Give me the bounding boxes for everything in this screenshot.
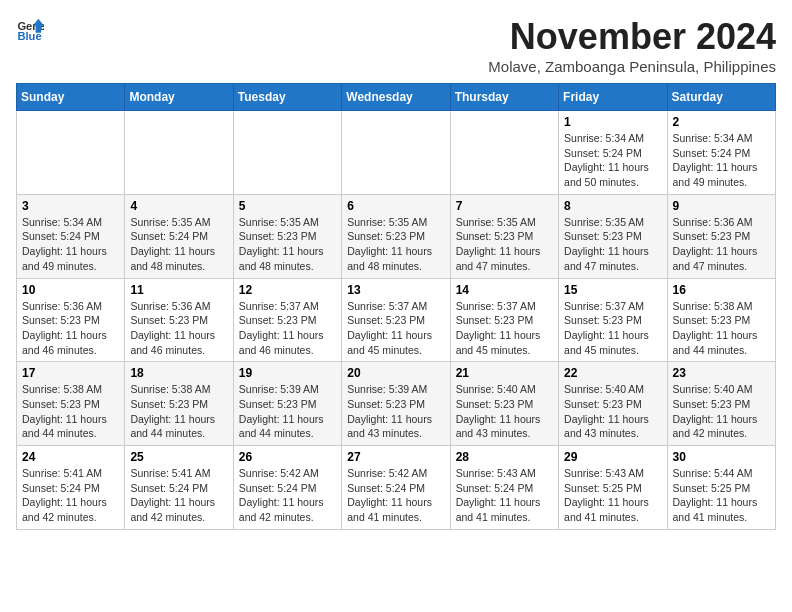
calendar-cell: [17, 111, 125, 195]
weekday-header-saturday: Saturday: [667, 84, 775, 111]
day-info: Sunrise: 5:35 AM Sunset: 5:24 PM Dayligh…: [130, 215, 227, 274]
calendar-cell: 16Sunrise: 5:38 AM Sunset: 5:23 PM Dayli…: [667, 278, 775, 362]
day-number: 23: [673, 366, 770, 380]
day-info: Sunrise: 5:39 AM Sunset: 5:23 PM Dayligh…: [347, 382, 444, 441]
day-info: Sunrise: 5:40 AM Sunset: 5:23 PM Dayligh…: [564, 382, 661, 441]
day-info: Sunrise: 5:34 AM Sunset: 5:24 PM Dayligh…: [22, 215, 119, 274]
day-info: Sunrise: 5:43 AM Sunset: 5:24 PM Dayligh…: [456, 466, 553, 525]
weekday-header-tuesday: Tuesday: [233, 84, 341, 111]
day-number: 22: [564, 366, 661, 380]
calendar-cell: 7Sunrise: 5:35 AM Sunset: 5:23 PM Daylig…: [450, 194, 558, 278]
day-number: 16: [673, 283, 770, 297]
day-number: 13: [347, 283, 444, 297]
calendar-cell: 30Sunrise: 5:44 AM Sunset: 5:25 PM Dayli…: [667, 446, 775, 530]
weekday-header-row: SundayMondayTuesdayWednesdayThursdayFrid…: [17, 84, 776, 111]
day-info: Sunrise: 5:38 AM Sunset: 5:23 PM Dayligh…: [673, 299, 770, 358]
day-info: Sunrise: 5:41 AM Sunset: 5:24 PM Dayligh…: [22, 466, 119, 525]
day-info: Sunrise: 5:35 AM Sunset: 5:23 PM Dayligh…: [239, 215, 336, 274]
day-number: 6: [347, 199, 444, 213]
day-number: 14: [456, 283, 553, 297]
day-number: 30: [673, 450, 770, 464]
day-number: 24: [22, 450, 119, 464]
day-info: Sunrise: 5:37 AM Sunset: 5:23 PM Dayligh…: [347, 299, 444, 358]
month-title: November 2024: [488, 16, 776, 58]
day-info: Sunrise: 5:40 AM Sunset: 5:23 PM Dayligh…: [673, 382, 770, 441]
calendar-cell: 17Sunrise: 5:38 AM Sunset: 5:23 PM Dayli…: [17, 362, 125, 446]
calendar-cell: 11Sunrise: 5:36 AM Sunset: 5:23 PM Dayli…: [125, 278, 233, 362]
calendar-cell: [450, 111, 558, 195]
day-number: 25: [130, 450, 227, 464]
day-number: 7: [456, 199, 553, 213]
logo: General Blue: [16, 16, 44, 44]
title-area: November 2024 Molave, Zamboanga Peninsul…: [488, 16, 776, 75]
day-number: 26: [239, 450, 336, 464]
weekday-header-thursday: Thursday: [450, 84, 558, 111]
calendar-cell: 15Sunrise: 5:37 AM Sunset: 5:23 PM Dayli…: [559, 278, 667, 362]
weekday-header-friday: Friday: [559, 84, 667, 111]
calendar-cell: 12Sunrise: 5:37 AM Sunset: 5:23 PM Dayli…: [233, 278, 341, 362]
day-info: Sunrise: 5:43 AM Sunset: 5:25 PM Dayligh…: [564, 466, 661, 525]
calendar-cell: [125, 111, 233, 195]
day-info: Sunrise: 5:36 AM Sunset: 5:23 PM Dayligh…: [673, 215, 770, 274]
calendar-cell: 18Sunrise: 5:38 AM Sunset: 5:23 PM Dayli…: [125, 362, 233, 446]
calendar-cell: 19Sunrise: 5:39 AM Sunset: 5:23 PM Dayli…: [233, 362, 341, 446]
calendar-cell: 9Sunrise: 5:36 AM Sunset: 5:23 PM Daylig…: [667, 194, 775, 278]
calendar-cell: 5Sunrise: 5:35 AM Sunset: 5:23 PM Daylig…: [233, 194, 341, 278]
day-number: 5: [239, 199, 336, 213]
calendar-week-4: 17Sunrise: 5:38 AM Sunset: 5:23 PM Dayli…: [17, 362, 776, 446]
day-number: 1: [564, 115, 661, 129]
calendar-cell: 24Sunrise: 5:41 AM Sunset: 5:24 PM Dayli…: [17, 446, 125, 530]
location-title: Molave, Zamboanga Peninsula, Philippines: [488, 58, 776, 75]
day-info: Sunrise: 5:42 AM Sunset: 5:24 PM Dayligh…: [239, 466, 336, 525]
day-info: Sunrise: 5:35 AM Sunset: 5:23 PM Dayligh…: [456, 215, 553, 274]
calendar-cell: 1Sunrise: 5:34 AM Sunset: 5:24 PM Daylig…: [559, 111, 667, 195]
calendar-cell: [233, 111, 341, 195]
calendar-cell: 29Sunrise: 5:43 AM Sunset: 5:25 PM Dayli…: [559, 446, 667, 530]
day-number: 20: [347, 366, 444, 380]
day-number: 19: [239, 366, 336, 380]
day-number: 18: [130, 366, 227, 380]
day-number: 2: [673, 115, 770, 129]
day-info: Sunrise: 5:34 AM Sunset: 5:24 PM Dayligh…: [673, 131, 770, 190]
day-number: 17: [22, 366, 119, 380]
calendar-cell: 27Sunrise: 5:42 AM Sunset: 5:24 PM Dayli…: [342, 446, 450, 530]
calendar-cell: 2Sunrise: 5:34 AM Sunset: 5:24 PM Daylig…: [667, 111, 775, 195]
day-info: Sunrise: 5:36 AM Sunset: 5:23 PM Dayligh…: [22, 299, 119, 358]
weekday-header-monday: Monday: [125, 84, 233, 111]
day-info: Sunrise: 5:35 AM Sunset: 5:23 PM Dayligh…: [564, 215, 661, 274]
day-number: 3: [22, 199, 119, 213]
weekday-header-sunday: Sunday: [17, 84, 125, 111]
calendar-cell: 8Sunrise: 5:35 AM Sunset: 5:23 PM Daylig…: [559, 194, 667, 278]
calendar-week-1: 1Sunrise: 5:34 AM Sunset: 5:24 PM Daylig…: [17, 111, 776, 195]
calendar-cell: 10Sunrise: 5:36 AM Sunset: 5:23 PM Dayli…: [17, 278, 125, 362]
calendar-week-2: 3Sunrise: 5:34 AM Sunset: 5:24 PM Daylig…: [17, 194, 776, 278]
calendar-week-5: 24Sunrise: 5:41 AM Sunset: 5:24 PM Dayli…: [17, 446, 776, 530]
day-info: Sunrise: 5:39 AM Sunset: 5:23 PM Dayligh…: [239, 382, 336, 441]
header: General Blue November 2024 Molave, Zambo…: [16, 16, 776, 75]
day-number: 11: [130, 283, 227, 297]
calendar-cell: 22Sunrise: 5:40 AM Sunset: 5:23 PM Dayli…: [559, 362, 667, 446]
day-info: Sunrise: 5:38 AM Sunset: 5:23 PM Dayligh…: [130, 382, 227, 441]
calendar-cell: 3Sunrise: 5:34 AM Sunset: 5:24 PM Daylig…: [17, 194, 125, 278]
calendar-cell: [342, 111, 450, 195]
calendar: SundayMondayTuesdayWednesdayThursdayFrid…: [16, 83, 776, 530]
weekday-header-wednesday: Wednesday: [342, 84, 450, 111]
day-number: 9: [673, 199, 770, 213]
day-info: Sunrise: 5:34 AM Sunset: 5:24 PM Dayligh…: [564, 131, 661, 190]
day-info: Sunrise: 5:40 AM Sunset: 5:23 PM Dayligh…: [456, 382, 553, 441]
day-number: 4: [130, 199, 227, 213]
logo-icon: General Blue: [16, 16, 44, 44]
calendar-cell: 6Sunrise: 5:35 AM Sunset: 5:23 PM Daylig…: [342, 194, 450, 278]
day-info: Sunrise: 5:41 AM Sunset: 5:24 PM Dayligh…: [130, 466, 227, 525]
calendar-week-3: 10Sunrise: 5:36 AM Sunset: 5:23 PM Dayli…: [17, 278, 776, 362]
day-info: Sunrise: 5:35 AM Sunset: 5:23 PM Dayligh…: [347, 215, 444, 274]
calendar-cell: 25Sunrise: 5:41 AM Sunset: 5:24 PM Dayli…: [125, 446, 233, 530]
calendar-cell: 14Sunrise: 5:37 AM Sunset: 5:23 PM Dayli…: [450, 278, 558, 362]
day-number: 12: [239, 283, 336, 297]
day-number: 21: [456, 366, 553, 380]
day-number: 27: [347, 450, 444, 464]
day-number: 8: [564, 199, 661, 213]
day-info: Sunrise: 5:38 AM Sunset: 5:23 PM Dayligh…: [22, 382, 119, 441]
day-info: Sunrise: 5:37 AM Sunset: 5:23 PM Dayligh…: [564, 299, 661, 358]
calendar-cell: 28Sunrise: 5:43 AM Sunset: 5:24 PM Dayli…: [450, 446, 558, 530]
